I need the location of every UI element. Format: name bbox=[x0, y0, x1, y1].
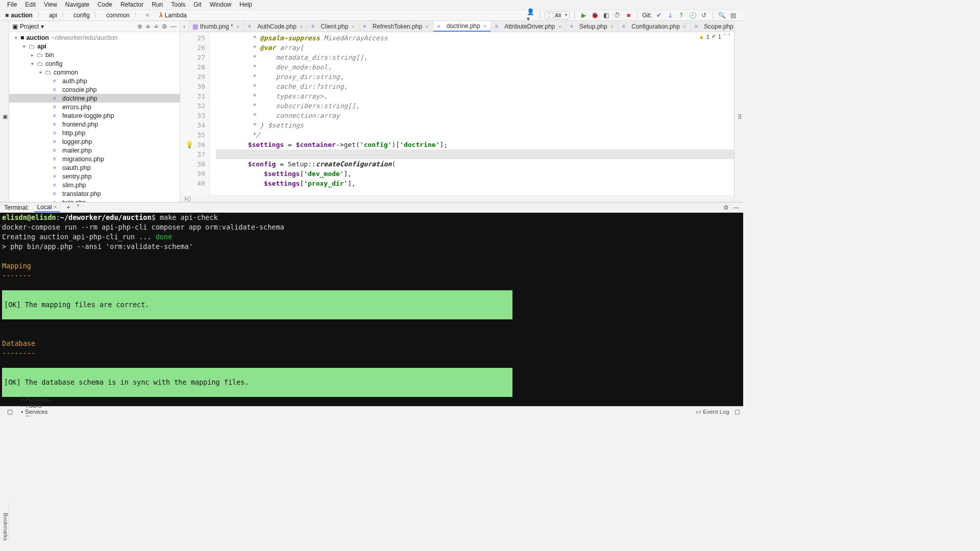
menu-navigate[interactable]: Navigate bbox=[61, 0, 93, 9]
tree-file-slim-php[interactable]: ≡slim.php bbox=[9, 181, 180, 189]
tree-file-oauth-php[interactable]: ≡oauth.php bbox=[9, 163, 180, 172]
tree-bin[interactable]: ▸🗀bin bbox=[9, 51, 180, 59]
status-services[interactable]: ▪Services bbox=[17, 409, 54, 415]
tree-file-sentry-php[interactable]: ≡sentry.php bbox=[9, 172, 180, 181]
tool-project-icon[interactable]: ▣ bbox=[2, 113, 9, 120]
user-icon[interactable]: 👤▾ bbox=[527, 11, 535, 19]
terminal-settings-icon[interactable]: ⚙ bbox=[723, 204, 729, 211]
menu-run[interactable]: Run bbox=[148, 0, 167, 9]
locate-icon[interactable]: ⊕ bbox=[137, 23, 142, 30]
coverage-icon[interactable]: ◧ bbox=[602, 11, 610, 19]
tab-Scope-php[interactable]: ≡Scope.php× bbox=[691, 21, 734, 32]
code-editor[interactable]: * @psalm-suppress MixedArrayAccess * @va… bbox=[210, 32, 734, 195]
breadcrumb-common[interactable]: common〉 bbox=[103, 10, 143, 20]
terminal-hide-icon[interactable]: — bbox=[733, 204, 739, 211]
git-history-icon[interactable]: 🕘 bbox=[689, 11, 697, 19]
menu-refactor[interactable]: Refactor bbox=[116, 0, 148, 9]
breadcrumb-config[interactable]: config〉 bbox=[70, 10, 103, 20]
tree-file-frontend-php[interactable]: ≡frontend.php bbox=[9, 120, 180, 129]
close-icon[interactable]: × bbox=[483, 23, 486, 29]
tab-thumb-png[interactable]: ▦thumb.png *× bbox=[188, 21, 244, 32]
tool-icon: ▪ bbox=[21, 403, 23, 409]
tree-file-translator-php[interactable]: ≡translator.php bbox=[9, 189, 180, 198]
scope-select[interactable]: ⛶ All bbox=[545, 11, 570, 19]
tree-file-console-php[interactable]: ≡console.php bbox=[9, 85, 180, 94]
status-win-icon[interactable]: ▢ bbox=[3, 408, 17, 415]
menu-code[interactable]: Code bbox=[93, 0, 116, 9]
menu-tools[interactable]: Tools bbox=[167, 0, 189, 9]
menu-git[interactable]: Git bbox=[189, 0, 205, 9]
breadcrumb-project: auction bbox=[11, 12, 33, 19]
project-tree[interactable]: ▾■auction ~/deworker/edu/auction▾🗀api▸🗀b… bbox=[9, 32, 180, 202]
status-git[interactable]: ▪Git bbox=[17, 415, 54, 417]
close-icon[interactable]: × bbox=[558, 23, 561, 30]
git-push-icon[interactable]: ⤒ bbox=[677, 11, 685, 19]
expand-icon[interactable]: ≑ bbox=[145, 23, 151, 30]
tab-AuthCode-php[interactable]: ≡AuthCode.php× bbox=[244, 21, 307, 32]
gear-icon[interactable]: ⚙ bbox=[162, 23, 167, 30]
tree-api[interactable]: ▾🗀api bbox=[9, 42, 180, 51]
menu-window[interactable]: Window bbox=[206, 0, 236, 9]
tree-root[interactable]: ▾■auction ~/deworker/edu/auction bbox=[9, 33, 180, 42]
tree-common[interactable]: ▾🗀common bbox=[9, 68, 180, 77]
terminal-add[interactable]: ＋ bbox=[65, 203, 71, 212]
tool-m[interactable]: m bbox=[737, 114, 743, 119]
collapse-icon[interactable]: ≐ bbox=[154, 23, 159, 30]
breadcrumb-api[interactable]: api〉 bbox=[46, 10, 70, 20]
tab-Setup-php[interactable]: ≡Setup.php× bbox=[566, 21, 618, 32]
tab-RefreshToken-php[interactable]: ≡RefreshToken.php× bbox=[359, 21, 433, 32]
breadcrumb-lambda[interactable]: λLambda bbox=[156, 10, 190, 20]
tree-file-errors-php[interactable]: ≡errors.php bbox=[9, 103, 180, 111]
menu-help[interactable]: Help bbox=[235, 0, 256, 9]
close-icon[interactable]: × bbox=[683, 23, 686, 30]
tree-file-mailer-php[interactable]: ≡mailer.php bbox=[9, 146, 180, 155]
close-icon[interactable]: × bbox=[351, 23, 354, 30]
status-todo[interactable]: ▪TODO bbox=[17, 403, 54, 409]
terminal-output[interactable]: elisdn@elisdn:~/deworker/edu/auction$ ma… bbox=[0, 213, 743, 406]
tree-file-doctrine-php[interactable]: ≡doctrine.php bbox=[9, 94, 180, 103]
tree-file-migrations-php[interactable]: ≡migrations.php bbox=[9, 155, 180, 163]
breadcrumb-root[interactable]: ■ auction 〉 bbox=[2, 10, 46, 20]
terminal-tab-local[interactable]: Local × bbox=[34, 203, 60, 212]
tab-Client-php[interactable]: ≡Client.php× bbox=[307, 21, 359, 32]
project-tool-icon[interactable]: ▣ bbox=[12, 23, 18, 30]
close-icon[interactable]: × bbox=[236, 23, 239, 30]
menu-edit[interactable]: Edit bbox=[21, 0, 40, 9]
event-log[interactable]: ▭ Event Log bbox=[696, 408, 729, 415]
tree-file-auth-php[interactable]: ≡auth.php bbox=[9, 77, 180, 85]
close-icon[interactable]: × bbox=[425, 23, 428, 30]
close-icon[interactable]: × bbox=[54, 204, 57, 211]
tab-doctrine-php[interactable]: ≡doctrine.php× bbox=[433, 21, 491, 32]
menu-view[interactable]: View bbox=[40, 0, 61, 9]
settings-icon[interactable]: ▤ bbox=[729, 11, 737, 19]
menu-file[interactable]: File bbox=[3, 0, 21, 9]
tree-file-http-php[interactable]: ≡http.php bbox=[9, 129, 180, 137]
close-icon[interactable]: × bbox=[610, 23, 614, 30]
tree-file-feature-toggle-php[interactable]: ≡feature-toggle.php bbox=[9, 111, 180, 120]
stop-icon[interactable]: ■ bbox=[624, 11, 632, 19]
debug-icon[interactable]: 🐞 bbox=[591, 11, 599, 19]
git-commit-icon[interactable]: ✔ bbox=[655, 11, 663, 19]
run-icon[interactable]: ▶ bbox=[579, 11, 587, 19]
tab-scroll-left[interactable]: ‹ bbox=[180, 21, 188, 32]
tab-Configuration-php[interactable]: ≡Configuration.php× bbox=[618, 21, 691, 32]
dropdown-icon[interactable]: ▾ bbox=[41, 23, 44, 30]
fn-breadcrumb[interactable]: λ() bbox=[180, 195, 734, 202]
php-icon: ≡ bbox=[53, 182, 60, 189]
status-hint-icon[interactable]: ▢ bbox=[734, 408, 740, 415]
inspection-widget[interactable]: ▲1 ✔1 ˄ ˅ bbox=[699, 33, 731, 40]
tree-config[interactable]: ▾🗀config bbox=[9, 59, 180, 68]
terminal-more[interactable]: ˅ bbox=[77, 204, 80, 211]
line-gutter[interactable]: 2526272829303132333435💡 3637383940 bbox=[180, 32, 210, 195]
tree-file-logger-php[interactable]: ≡logger.php bbox=[9, 137, 180, 146]
status-problems[interactable]: ▪Problems bbox=[17, 396, 54, 403]
close-icon[interactable]: × bbox=[300, 23, 303, 30]
hide-icon[interactable]: — bbox=[170, 23, 177, 30]
tree-file-twig-php[interactable]: ≡twig.php bbox=[9, 198, 180, 202]
git-pull-icon[interactable]: ⤓ bbox=[666, 11, 674, 19]
profile-icon[interactable]: ⏱ bbox=[613, 11, 621, 19]
search-icon[interactable]: 🔍 bbox=[718, 11, 726, 19]
git-revert-icon[interactable]: ↺ bbox=[700, 11, 708, 19]
tab-AttributeDriver-php[interactable]: ≡AttributeDriver.php× bbox=[491, 21, 566, 32]
breadcrumb-file[interactable]: ≡ bbox=[143, 10, 156, 20]
